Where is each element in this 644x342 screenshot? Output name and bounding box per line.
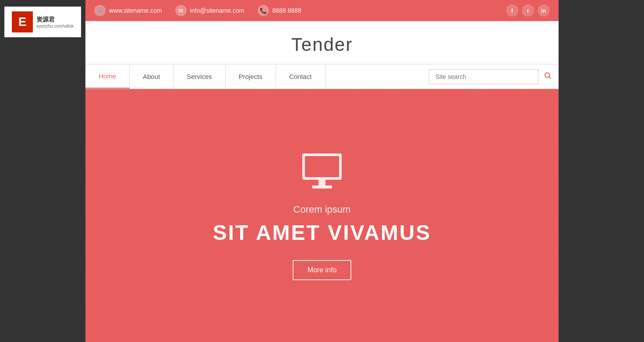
nav-item-home[interactable]: Home [85, 64, 130, 89]
link-icon: 🔗 [94, 5, 106, 16]
social-icons-group: f t in [506, 4, 550, 17]
search-area [424, 66, 559, 88]
phone-icon: 📞 [258, 5, 269, 16]
email-contact: ✉ info@sitename.com [175, 5, 244, 16]
twitter-icon[interactable]: t [522, 4, 534, 17]
logo-area: E 资源君 eyunzhu.com/vdisk [4, 7, 81, 37]
hero-subtitle: Corem ipsum [294, 204, 351, 215]
monitor-icon [296, 151, 348, 191]
site-title: Tender [94, 34, 550, 55]
more-info-button[interactable]: More info [293, 260, 352, 280]
hero-title: SIT AMET VIVAMUS [213, 221, 432, 245]
svg-line-1 [549, 77, 551, 78]
nav-item-services[interactable]: Services [173, 65, 226, 88]
contact-bar: 🔗 www.sitename.com ✉ info@sitename.com 📞… [85, 0, 559, 21]
hero-section: Corem ipsum SIT AMET VIVAMUS More info [85, 89, 559, 342]
logo-letter-e: E [12, 11, 33, 32]
page-wrapper: E 资源君 eyunzhu.com/vdisk 🔗 www.sitename.c… [0, 0, 644, 342]
search-input[interactable] [429, 69, 538, 84]
phone-contact: 📞 8888 8888 [258, 5, 301, 16]
search-button[interactable] [542, 70, 553, 83]
email-icon: ✉ [175, 5, 187, 16]
monitor-svg [298, 151, 346, 191]
email-text: info@sitename.com [190, 7, 244, 14]
nav-item-contact[interactable]: Contact [276, 65, 326, 88]
svg-point-0 [545, 73, 550, 78]
nav-item-projects[interactable]: Projects [226, 65, 276, 88]
website-text: www.sitename.com [109, 7, 162, 14]
main-column: 🔗 www.sitename.com ✉ info@sitename.com 📞… [85, 0, 559, 342]
website-contact: 🔗 www.sitename.com [94, 5, 162, 16]
svg-rect-4 [318, 180, 326, 186]
svg-rect-5 [312, 185, 332, 189]
phone-text: 8888 8888 [272, 7, 301, 14]
logo-chinese: 资源君 [36, 16, 74, 24]
search-icon [544, 71, 552, 79]
linkedin-icon[interactable]: in [538, 4, 550, 17]
contact-info-group: 🔗 www.sitename.com ✉ info@sitename.com 📞… [94, 5, 301, 16]
navigation-bar: Home About Services Projects Contact [85, 64, 559, 89]
logo-url: eyunzhu.com/vdisk [36, 24, 74, 28]
logo-text: 资源君 eyunzhu.com/vdisk [36, 16, 74, 28]
facebook-icon[interactable]: f [506, 4, 518, 17]
site-title-area: Tender [85, 21, 559, 64]
svg-rect-3 [305, 156, 339, 177]
nav-item-about[interactable]: About [130, 65, 173, 88]
